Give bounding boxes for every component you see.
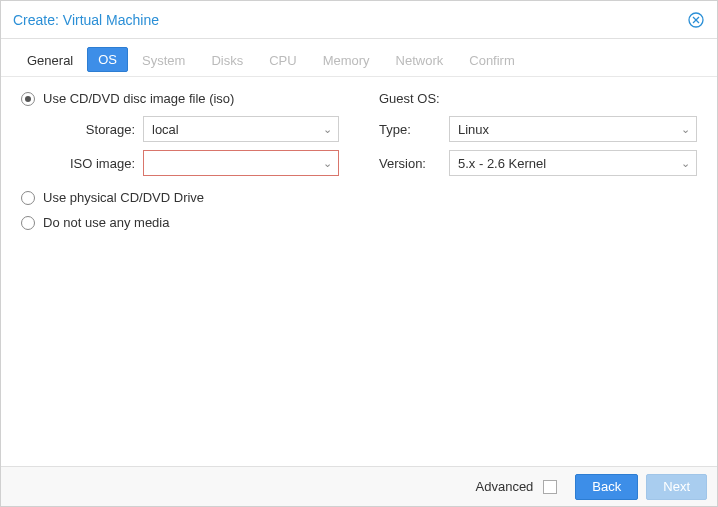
radio-physical-drive[interactable]: Use physical CD/DVD Drive [21,190,339,205]
chevron-down-icon: ⌄ [323,157,332,170]
storage-row: Storage: local ⌄ [43,116,339,142]
radio-use-iso[interactable]: Use CD/DVD disc image file (iso) [21,91,339,106]
iso-image-label: ISO image: [43,156,143,171]
tab-memory: Memory [311,47,382,76]
guest-version-row: Version: 5.x - 2.6 Kernel ⌄ [379,150,697,176]
guest-type-value: Linux [458,122,489,137]
iso-image-select[interactable]: ⌄ [143,150,339,176]
tab-os[interactable]: OS [87,47,128,72]
guest-os-heading: Guest OS: [379,91,697,106]
next-button: Next [646,474,707,500]
radio-no-media-label: Do not use any media [43,215,169,230]
tab-cpu: CPU [257,47,308,76]
tab-system: System [130,47,197,76]
advanced-label: Advanced [476,479,534,494]
radio-no-media[interactable]: Do not use any media [21,215,339,230]
radio-icon [21,191,35,205]
guest-type-row: Type: Linux ⌄ [379,116,697,142]
footer: Advanced Back Next [1,466,717,506]
titlebar: Create: Virtual Machine [1,1,717,39]
storage-value: local [152,122,179,137]
guest-type-select[interactable]: Linux ⌄ [449,116,697,142]
right-column: Guest OS: Type: Linux ⌄ Version: 5.x - 2… [379,91,697,452]
back-button[interactable]: Back [575,474,638,500]
iso-fields: Storage: local ⌄ ISO image: ⌄ [21,116,339,176]
close-button[interactable] [687,11,705,29]
tab-network: Network [384,47,456,76]
dialog-title: Create: Virtual Machine [13,12,159,28]
chevron-down-icon: ⌄ [323,123,332,136]
radio-physical-label: Use physical CD/DVD Drive [43,190,204,205]
radio-icon [21,216,35,230]
radio-use-iso-label: Use CD/DVD disc image file (iso) [43,91,234,106]
tab-general[interactable]: General [15,47,85,76]
storage-select[interactable]: local ⌄ [143,116,339,142]
guest-version-value: 5.x - 2.6 Kernel [458,156,546,171]
chevron-down-icon: ⌄ [681,157,690,170]
guest-type-label: Type: [379,122,449,137]
storage-label: Storage: [43,122,143,137]
create-vm-dialog: Create: Virtual Machine General OS Syste… [0,0,718,507]
chevron-down-icon: ⌄ [681,123,690,136]
tab-strip: General OS System Disks CPU Memory Netwo… [1,39,717,77]
guest-version-select[interactable]: 5.x - 2.6 Kernel ⌄ [449,150,697,176]
tab-disks: Disks [199,47,255,76]
radio-icon [21,92,35,106]
guest-version-label: Version: [379,156,449,171]
content-area: Use CD/DVD disc image file (iso) Storage… [1,77,717,466]
iso-image-row: ISO image: ⌄ [43,150,339,176]
close-icon [688,12,704,28]
tab-confirm: Confirm [457,47,527,76]
advanced-checkbox[interactable] [543,480,557,494]
left-column: Use CD/DVD disc image file (iso) Storage… [21,91,339,452]
